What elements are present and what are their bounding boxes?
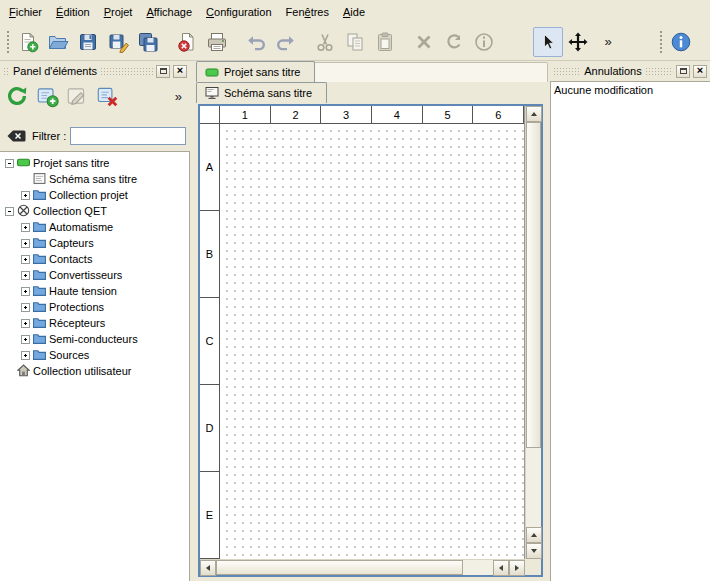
clear-filter-button[interactable]: [4, 126, 28, 146]
expand-icon[interactable]: [21, 319, 30, 328]
tree-item[interactable]: Semi-conducteurs: [0, 331, 189, 347]
expand-icon[interactable]: [21, 271, 30, 280]
new-element-button[interactable]: [33, 82, 61, 110]
undo-history-list[interactable]: Aucune modification: [550, 81, 710, 581]
expand-icon[interactable]: [21, 351, 30, 360]
move-mode-button[interactable]: [563, 27, 593, 57]
menu-aide[interactable]: Aide: [336, 0, 372, 23]
vertical-scrollbar[interactable]: [525, 106, 541, 559]
tree-item-label: Sources: [49, 349, 89, 361]
cut-button[interactable]: [310, 27, 340, 57]
edit-element-button[interactable]: [63, 82, 91, 110]
float-panel-button[interactable]: [676, 65, 690, 78]
menu-configuration[interactable]: Configuration: [199, 0, 278, 23]
undo-button[interactable]: [241, 27, 271, 57]
save-all-icon: [137, 31, 159, 53]
menu-fichier[interactable]: Fichier: [2, 0, 49, 23]
expand-icon[interactable]: [21, 191, 30, 200]
qet-tree-icon: [17, 204, 30, 217]
copy-button[interactable]: [340, 27, 370, 57]
dock-grip: [645, 67, 673, 75]
schema-sheet[interactable]: 123456 ABCDE: [200, 106, 525, 559]
tree-item[interactable]: Contacts: [0, 251, 189, 267]
scroll-track[interactable]: [463, 560, 493, 575]
expand-icon[interactable]: [21, 255, 30, 264]
select-mode-button[interactable]: [533, 27, 563, 57]
expand-icon[interactable]: [21, 303, 30, 312]
schema-tab[interactable]: Schéma sans titre: [196, 82, 327, 103]
rotate-button[interactable]: [439, 27, 469, 57]
tree-item-label: Collection projet: [49, 189, 128, 201]
project-tab[interactable]: Projet sans titre: [196, 61, 315, 82]
clear-filter-icon: [5, 125, 27, 147]
filter-input[interactable]: [70, 127, 186, 145]
scroll-up-button[interactable]: [526, 106, 542, 122]
undo-icon: [245, 31, 267, 53]
tree-item[interactable]: Collection utilisateur: [0, 363, 189, 379]
tree-item[interactable]: Automatisme: [0, 219, 189, 235]
tree-item[interactable]: Capteurs: [0, 235, 189, 251]
delete-button[interactable]: [409, 27, 439, 57]
tree-item-label: Collection utilisateur: [33, 365, 131, 377]
open-document-button[interactable]: [43, 27, 73, 57]
row-header: A: [200, 124, 219, 211]
menu-affichage[interactable]: Affichage: [139, 0, 199, 23]
about-button[interactable]: [666, 27, 696, 57]
horizontal-scrollbar[interactable]: [200, 559, 525, 575]
close-panel-button[interactable]: ×: [173, 65, 187, 78]
menu-projet[interactable]: Projet: [97, 0, 140, 23]
toolbar-grip[interactable]: [5, 29, 10, 55]
tree-item[interactable]: Convertisseurs: [0, 267, 189, 283]
column-header: 6: [473, 106, 524, 123]
save-button[interactable]: [73, 27, 103, 57]
folder-tree-icon: [33, 300, 46, 313]
scroll-up-button-2[interactable]: [526, 527, 542, 543]
save-all-button[interactable]: [133, 27, 163, 57]
close-document-button[interactable]: [172, 27, 202, 57]
tree-item[interactable]: Projet sans titre: [0, 155, 189, 171]
print-button[interactable]: [202, 27, 232, 57]
redo-button[interactable]: [271, 27, 301, 57]
expand-icon[interactable]: [21, 335, 30, 344]
scroll-down-button[interactable]: [526, 543, 542, 559]
menu-edition[interactable]: Édition: [49, 0, 97, 23]
tree-item[interactable]: Sources: [0, 347, 189, 363]
undo-panel-titlebar[interactable]: Annulations ×: [550, 63, 710, 79]
expand-icon[interactable]: [21, 239, 30, 248]
save-as-button[interactable]: [103, 27, 133, 57]
toolbar-grip[interactable]: [658, 29, 663, 55]
tree-item[interactable]: Collection QET: [0, 203, 189, 219]
paste-button[interactable]: [370, 27, 400, 57]
element-info-button[interactable]: [469, 27, 499, 57]
new-document-button[interactable]: [13, 27, 43, 57]
tree-item[interactable]: Collection projet: [0, 187, 189, 203]
collapse-icon[interactable]: [5, 207, 14, 216]
reload-collections-button[interactable]: [3, 82, 31, 110]
home-tree-icon: [17, 364, 30, 377]
panel-overflow-button[interactable]: »: [170, 89, 187, 104]
elements-panel-titlebar[interactable]: Panel d'éléments ×: [0, 63, 190, 79]
scroll-track[interactable]: [526, 448, 541, 527]
column-header: 2: [271, 106, 322, 123]
folder-tree-icon: [33, 236, 46, 249]
scroll-left-button-2[interactable]: [493, 560, 509, 576]
toolbar-overflow-button[interactable]: »: [593, 27, 623, 57]
close-panel-button[interactable]: ×: [693, 65, 707, 78]
vertical-scroll-thumb[interactable]: [526, 122, 541, 448]
float-panel-button[interactable]: [156, 65, 170, 78]
project-tab-icon: [205, 65, 219, 79]
menu-fenetres[interactable]: Fenêtres: [279, 0, 336, 23]
diagram-canvas[interactable]: [220, 124, 524, 559]
expand-icon[interactable]: [21, 223, 30, 232]
column-header: 3: [321, 106, 372, 123]
horizontal-scroll-thumb[interactable]: [216, 560, 463, 575]
collapse-icon[interactable]: [5, 159, 14, 168]
tree-item[interactable]: Haute tension: [0, 283, 189, 299]
tree-item[interactable]: Récepteurs: [0, 315, 189, 331]
tree-item[interactable]: Protections: [0, 299, 189, 315]
delete-element-button[interactable]: [93, 82, 121, 110]
expand-icon[interactable]: [21, 287, 30, 296]
scroll-left-button[interactable]: [200, 560, 216, 576]
scroll-right-button[interactable]: [509, 560, 525, 576]
tree-item[interactable]: Schéma sans titre: [0, 171, 189, 187]
